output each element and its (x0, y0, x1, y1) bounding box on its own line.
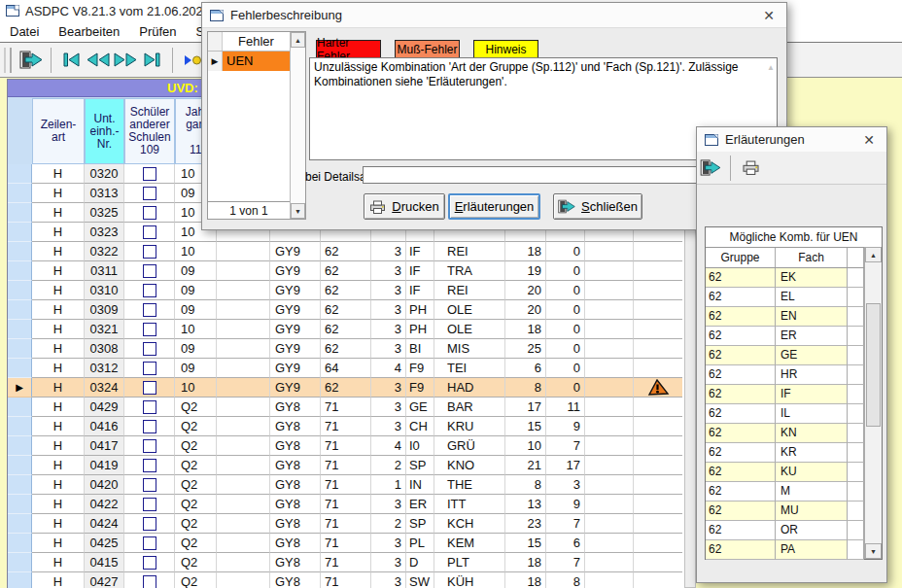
cell-untnr[interactable]: 0312 (85, 359, 124, 378)
cell-fach[interactable]: OR (776, 521, 848, 540)
cell-kennung[interactable]: GY8 (270, 436, 321, 456)
toolbar-grip[interactable] (4, 48, 12, 73)
cell-lehrer[interactable]: HAD (434, 378, 505, 398)
kombination-row[interactable]: 62 KU (706, 463, 882, 482)
cell-zeilenart[interactable]: H (32, 281, 85, 300)
cell-kennung[interactable]: GY8 (270, 456, 321, 475)
next-page-icon[interactable] (113, 47, 138, 74)
cell-untnr[interactable]: 0310 (85, 281, 124, 300)
cell-zeilenart[interactable]: H (32, 456, 85, 475)
cell-empty[interactable] (585, 553, 634, 572)
cell-fach[interactable]: GE (406, 398, 434, 417)
cell-jahrgang[interactable]: 10 (175, 378, 217, 398)
cell-jahrgang[interactable]: 10 (175, 242, 217, 261)
row-selector[interactable] (8, 261, 32, 281)
cell-untnr[interactable]: 0419 (85, 456, 124, 475)
first-record-icon[interactable] (58, 47, 84, 74)
table-row[interactable]: H 0415 Q2 GY8 71 3 D PLT 18 7 (8, 553, 684, 572)
cell-schuelerzahl[interactable]: 6 (505, 359, 546, 378)
erl-dialog-titlebar[interactable]: Erläuterungen ✕ (697, 127, 886, 153)
cell-schuelerzahl[interactable]: 23 (505, 514, 546, 534)
scroll-down-icon[interactable]: ▼ (865, 543, 882, 559)
cell-fach[interactable]: BI (406, 339, 434, 359)
cell-gruppe[interactable]: 62 (706, 288, 776, 307)
cell-gruppe[interactable]: 62 (321, 339, 371, 359)
cell-zeilenart[interactable]: H (32, 184, 85, 203)
cell-kennung[interactable]: GY8 (270, 475, 321, 495)
cell-empty[interactable] (217, 456, 270, 475)
cell-empty[interactable] (217, 261, 270, 281)
cell-empty[interactable] (217, 242, 270, 261)
cell-schuelerzahl[interactable]: 25 (505, 339, 546, 359)
cell-gruppe[interactable]: 62 (706, 443, 776, 463)
schueler-checkbox[interactable] (143, 439, 156, 453)
kombination-row[interactable]: 62 ER (706, 327, 882, 346)
cell-wert[interactable]: 8 (546, 572, 585, 588)
cell-gruppe[interactable]: 62 (321, 300, 371, 320)
cell-lehrer[interactable]: REI (434, 281, 505, 300)
drucken-button[interactable]: Drucken (364, 193, 445, 220)
scroll-thumb[interactable] (866, 303, 881, 427)
cell-wert[interactable]: 0 (546, 242, 585, 261)
row-selector[interactable] (8, 514, 32, 534)
cell-stunden[interactable]: 3 (371, 300, 406, 320)
exit-icon[interactable] (698, 155, 723, 182)
cell-wert[interactable]: 6 (546, 534, 585, 553)
cell-lehrer[interactable]: KÜH (434, 572, 505, 588)
cell-empty[interactable] (217, 534, 270, 553)
schueler-checkbox[interactable] (143, 498, 156, 511)
cell-untnr[interactable]: 0323 (85, 223, 124, 242)
cell-kennung[interactable]: GY9 (270, 359, 321, 378)
row-selector[interactable] (8, 164, 32, 184)
cell-zeilenart[interactable]: H (32, 475, 85, 495)
cell-schuelerzahl[interactable]: 8 (505, 378, 546, 398)
schueler-checkbox[interactable] (143, 362, 156, 375)
cell-zeilenart[interactable]: H (32, 339, 85, 359)
cell-schuelerzahl[interactable]: 19 (505, 261, 546, 281)
cell-empty[interactable] (217, 300, 270, 320)
row-selector[interactable] (8, 184, 32, 203)
cell-zeilenart[interactable]: H (32, 359, 85, 378)
cell-zeilenart[interactable]: H (32, 320, 85, 339)
cell-empty[interactable] (217, 572, 270, 588)
table-row[interactable]: H 0312 09 GY9 64 4 F9 TEI 6 0 (8, 359, 684, 378)
cell-lehrer[interactable]: OLE (434, 320, 505, 339)
cell-schuelerzahl[interactable]: 8 (505, 475, 546, 495)
cell-untnr[interactable]: 0420 (85, 475, 124, 495)
cell-stunden[interactable]: 2 (371, 514, 406, 534)
cell-kennung[interactable]: GY9 (270, 242, 321, 261)
cell-fach[interactable]: D (406, 553, 434, 572)
cell-fach[interactable]: ER (776, 327, 848, 346)
schueler-checkbox[interactable] (143, 225, 156, 239)
schueler-checkbox[interactable] (143, 245, 156, 259)
cell-gruppe[interactable]: 71 (321, 475, 371, 495)
cell-untnr[interactable]: 0415 (85, 553, 124, 572)
prev-page-icon[interactable] (86, 47, 111, 74)
cell-empty[interactable] (585, 534, 634, 553)
cell-empty[interactable] (585, 378, 634, 398)
cell-kennung[interactable]: GY9 (270, 300, 321, 320)
cell-fach[interactable]: HR (776, 365, 848, 385)
schueler-checkbox[interactable] (143, 478, 156, 492)
kombination-row[interactable]: 62 GE (706, 346, 882, 365)
cell-kennung[interactable]: GY9 (270, 378, 321, 398)
cell-jahrgang[interactable]: 10 (175, 320, 217, 339)
schueler-checkbox[interactable] (143, 459, 156, 472)
schueler-checkbox[interactable] (143, 167, 156, 181)
cell-empty[interactable] (585, 320, 634, 339)
cell-jahrgang[interactable]: 09 (175, 359, 217, 378)
cell-untnr[interactable]: 0309 (85, 300, 124, 320)
cell-untnr[interactable]: 0325 (85, 203, 124, 223)
cell-zeilenart[interactable]: H (32, 572, 85, 588)
schueler-checkbox[interactable] (143, 303, 156, 317)
cell-gruppe[interactable]: 62 (706, 346, 776, 365)
table-row[interactable]: H 0308 09 GY9 62 3 BI MIS 25 0 (8, 339, 684, 359)
cell-schuelerzahl[interactable]: 10 (505, 436, 546, 456)
kombination-row[interactable]: 62 IF (706, 385, 882, 404)
menu-bearbeiten[interactable]: Bearbeiten (49, 22, 129, 41)
cell-empty[interactable] (585, 398, 634, 417)
cell-lehrer[interactable]: TRA (434, 261, 505, 281)
cell-empty[interactable] (585, 417, 634, 436)
scroll-down-icon[interactable]: ▼ (291, 203, 305, 219)
cell-wert[interactable]: 17 (546, 456, 585, 475)
